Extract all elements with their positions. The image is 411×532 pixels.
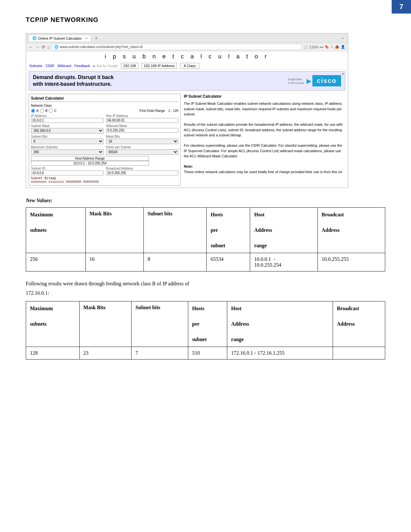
play-icon: ▶ xyxy=(307,77,311,85)
cisco-logo-area: ▶ cisco xyxy=(307,75,341,86)
td-hosts-1: 65534 xyxy=(207,253,250,271)
subnet-calc-box: Subnet Calculator Network Class A B C Fi… xyxy=(29,94,181,186)
browser-nav-right: ⬜ 110% ••• 🔖 ☆ 📥 👤 xyxy=(303,45,345,49)
ip-address-field: IP Address xyxy=(31,114,103,123)
subnet-note: Note: These online network calculators m… xyxy=(184,164,345,174)
subnet-nav: Subnets CIDR Wildcard Feedback ▶ Ads by … xyxy=(26,62,348,70)
cisco-logo: cisco xyxy=(312,75,341,86)
max-subnets-field: Maximum Subnets 256 xyxy=(31,145,103,155)
browser-content: i p s u b n e t c a l c u l a t o r Subn… xyxy=(26,51,348,188)
minimize-button[interactable]: − xyxy=(341,35,344,41)
th2-subnet-bits-text: Subnet bits xyxy=(135,305,160,310)
url-text: www.subnet-calculator.com/subnet.php?net… xyxy=(60,45,143,49)
th-broadcast-address: BroadcastAddress xyxy=(318,207,385,253)
browser-tab-close-icon[interactable]: ✕ xyxy=(85,36,88,40)
browser-tab[interactable]: 🌐 Online IP Subnet Calculator ✕ xyxy=(29,35,91,41)
refresh-button[interactable]: ⟳ xyxy=(42,44,45,50)
ad-close-button[interactable]: ✕ xyxy=(342,72,344,76)
browser-menu-icon[interactable]: ⬜ xyxy=(303,45,308,49)
broadcast-address-field: Broadcast Address xyxy=(106,167,179,175)
subnet-id-input[interactable] xyxy=(31,171,103,175)
url-bar[interactable]: 🌐 www.subnet-calculator.com/subnet.php?n… xyxy=(52,44,301,50)
table-2-row-1: 128 23 7 510 172.16.0.1 - 172.16.1.255 xyxy=(26,347,385,360)
radio-a-label: A xyxy=(36,109,39,113)
browser-tab-icon: 🌐 xyxy=(32,36,37,40)
ip-address-input[interactable] xyxy=(31,118,103,123)
max-subnets-select[interactable]: 256 xyxy=(31,149,103,155)
first-octet-range-label: First Octet Range xyxy=(140,109,165,113)
th-mask-bits-text: Mask Bits xyxy=(90,211,112,216)
wildcard-link[interactable]: Wildcard xyxy=(57,64,71,68)
th2-host-range-text: HostAddressrange xyxy=(231,306,249,342)
class-nav[interactable]: A Class xyxy=(180,63,199,69)
broadcast-address-input[interactable] xyxy=(106,171,179,175)
mask-bits-select[interactable]: 16 xyxy=(106,139,179,144)
td2-max-subnets: 128 xyxy=(26,347,80,360)
subnet-bitmap-row: Subnet Bitmap nnnnnnnn ssssssss hhhhhhhh… xyxy=(31,176,178,183)
browser-star-icon[interactable]: ☆ xyxy=(330,45,334,49)
hex-ip-input[interactable] xyxy=(106,118,179,123)
ip-address-nav[interactable]: 192.168 IP Address xyxy=(142,63,177,69)
browser-settings-icon[interactable]: ••• xyxy=(319,45,323,49)
td2-host-range: 172.16.0.1 - 172.16.1.255 xyxy=(227,347,333,360)
ip-address-label: IP Address xyxy=(31,114,103,118)
new-tab-button[interactable]: + xyxy=(93,35,100,41)
th-mask-bits: Mask Bits xyxy=(85,207,143,253)
radio-b[interactable] xyxy=(40,109,44,113)
browser-tab-bar: 🌐 Online IP Subnet Calculator ✕ + − xyxy=(26,34,348,43)
td2-broadcast xyxy=(333,347,385,360)
subnet-right-panel: IP Subnet Calculator The IP Subnet Mask … xyxy=(181,94,345,186)
ad-banner: Demand disrupts. Disrupt it back with in… xyxy=(29,71,345,91)
subnet-mask-field: Subnet Mask 255.255.0.0 xyxy=(31,124,103,133)
th2-broadcast-text: BroadcastAddress xyxy=(337,306,359,327)
ip-hex-row: IP Address Hex IP Address xyxy=(31,114,178,123)
max-subnets-label: Maximum Subnets xyxy=(31,145,103,149)
radio-c[interactable] xyxy=(49,109,53,113)
ads-label: ▶ Ads by Google xyxy=(93,64,118,68)
subnet-bitmap-value: nnnnnnnn ssssssss hhhhhhhh hhhhhhhh xyxy=(31,180,99,183)
td-mask-bits-1: 16 xyxy=(85,253,143,271)
back-button[interactable]: ← xyxy=(29,44,33,50)
th-max-subnets: Maximumsubnets xyxy=(26,207,86,253)
hosts-per-subnet-label: Hosts per Subnet xyxy=(106,145,179,149)
radio-options-row[interactable]: A B C First Octet Range 1 - 126 xyxy=(31,109,178,113)
ip-nav-input[interactable]: 192.168 xyxy=(121,63,138,69)
host-range-label: Host Address Range xyxy=(31,156,149,161)
th-broadcast-text: BroadcastAddress xyxy=(322,212,344,233)
feedback-link[interactable]: Feedback xyxy=(74,64,90,68)
td-broadcast-1: 10.0.255.255 xyxy=(318,253,385,271)
subnet-description-2: Results of the subnet calculation provid… xyxy=(184,122,345,138)
browser-account-icon[interactable]: 👤 xyxy=(341,45,345,49)
table-1-row-1: 256 16 8 65534 10.0.0.1 -10.0.255.254 10… xyxy=(26,253,385,271)
subnet-wildcard-row: Subnet Mask 255.255.0.0 Wildcard Mask xyxy=(31,124,178,133)
subnet-id-field: Subnet ID xyxy=(31,167,103,175)
td2-host-range-text: 172.16.0.1 - 172.16.1.255 xyxy=(231,350,284,356)
th-host-range-text: HostAddressrange xyxy=(254,212,272,248)
cidr-link[interactable]: CIDR xyxy=(45,64,54,68)
subnet-header: i p s u b n e t c a l c u l a t o r xyxy=(26,51,348,62)
forward-button[interactable]: → xyxy=(35,44,40,50)
ad-text: Demand disrupts. Disrupt it back with in… xyxy=(33,74,114,88)
th2-hosts-text: Hostspersubnet xyxy=(192,306,207,342)
wildcard-mask-input[interactable] xyxy=(106,128,179,133)
th2-mask-bits-text: Mask Bits xyxy=(83,305,106,310)
td-host-range-1-text: 10.0.0.1 -10.0.255.254 xyxy=(254,256,281,268)
browser-nav-bar: ← → ⟳ ⌂ 🌐 www.subnet-calculator.com/subn… xyxy=(26,43,348,51)
th-subnet-bits-text: Subnet bits xyxy=(148,211,172,216)
subnet-bits-select[interactable]: 8 xyxy=(31,139,103,144)
new-values-label: New Values: xyxy=(26,198,385,203)
radio-b-label: B xyxy=(45,109,48,113)
browser-bookmark-icon[interactable]: 🔖 xyxy=(325,45,329,49)
url-favicon: 🌐 xyxy=(54,45,59,49)
subnet-left-panel: Subnet Calculator Network Class A B C Fi… xyxy=(29,94,181,186)
subnets-link[interactable]: Subnets xyxy=(29,64,42,68)
table-2: Maximumsubnets Mask Bits Subnet bits Hos… xyxy=(26,301,385,360)
hosts-per-subnet-select[interactable]: 65534 xyxy=(106,149,179,155)
mask-bits-field: Mask Bits 16 xyxy=(106,135,179,144)
radio-a[interactable] xyxy=(31,109,35,113)
home-button[interactable]: ⌂ xyxy=(47,44,50,50)
table-1-header-row: Maximumsubnets Mask Bits Subnet bits Hos… xyxy=(26,207,385,253)
browser-extension-icon: 📥 xyxy=(335,45,339,49)
wildcard-mask-field: Wildcard Mask xyxy=(106,124,179,133)
subnet-mask-select[interactable]: 255.255.0.0 xyxy=(31,128,103,133)
